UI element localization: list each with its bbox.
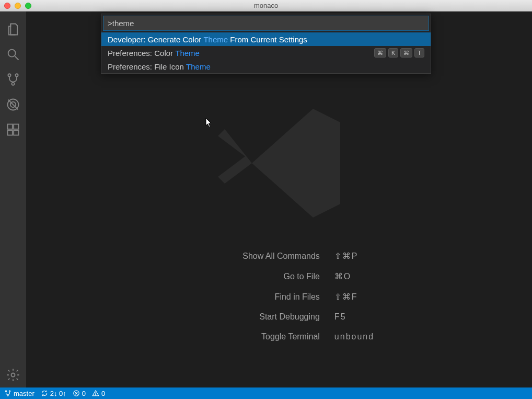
svg-point-14 [9,391,10,392]
status-sync-text: 2↓ 0↑ [50,390,66,397]
search-icon [6,47,20,62]
label-prefix: Preferences: Color [108,49,175,58]
command-palette-item[interactable]: Developer: Generate Color Theme From Cur… [101,32,431,46]
command-palette-item-label: Preferences: File Icon Theme [108,62,424,71]
status-warnings-count: 0 [101,390,105,397]
shortcut-key: F5 [334,312,346,322]
activity-explorer[interactable] [0,17,26,42]
key-chip: ⌘ [400,48,412,58]
shortcut-key: ⇧⌘F [334,292,358,302]
status-sync[interactable]: 2↓ 0↑ [41,390,66,397]
shortcut-row: Show All Commands ⇧⌘P [184,251,374,261]
command-palette-item-label: Developer: Generate Color Theme From Cur… [108,35,424,44]
label-match: Theme [203,35,228,44]
command-palette-item-label: Preferences: Color Theme [108,49,374,58]
activity-debug[interactable] [0,92,26,117]
status-warnings[interactable]: 0 [92,390,105,397]
activity-scm[interactable] [0,67,26,92]
svg-point-3 [15,74,18,76]
shortcut-row: Toggle Terminal unbound [184,332,374,341]
svg-point-12 [11,373,15,377]
branch-icon [6,72,20,87]
svg-rect-11 [14,130,18,135]
key-chip: K [388,48,398,58]
shortcut-row: Go to File ⌘O [184,271,374,281]
shortcut-label: Toggle Terminal [184,332,320,341]
shortcut-label: Start Debugging [184,312,320,322]
titlebar: monaco [0,0,532,12]
key-chip: T [414,48,424,58]
vscode-logo-watermark [201,95,357,233]
error-icon [73,390,80,397]
label-prefix: Developer: Generate Color [108,35,203,44]
bug-icon [6,97,20,112]
command-palette-item[interactable]: Preferences: File Icon Theme [101,60,431,73]
activity-bar [0,12,26,387]
label-suffix: From Current Settings [228,35,307,44]
shortcut-label: Find in Files [184,292,320,302]
command-palette-input-wrap [101,14,431,32]
activity-extensions[interactable] [0,117,26,142]
svg-point-15 [7,395,8,396]
command-palette-list: Developer: Generate Color Theme From Cur… [101,32,431,73]
status-branch-name: master [14,390,34,397]
svg-rect-9 [14,124,18,129]
svg-rect-10 [8,130,13,135]
command-palette-item[interactable]: Preferences: Color Theme ⌘ K ⌘ T [101,46,431,60]
label-match: Theme [186,62,211,71]
status-errors-count: 0 [82,390,86,397]
shortcut-row: Find in Files ⇧⌘F [184,292,374,302]
welcome-shortcuts: Show All Commands ⇧⌘P Go to File ⌘O Find… [184,251,374,341]
status-errors[interactable]: 0 [73,390,86,397]
shortcut-key: unbound [334,332,374,341]
warning-icon [92,390,99,397]
label-match: Theme [175,49,200,58]
label-prefix: Preferences: File Icon [108,62,186,71]
status-bar: master 2↓ 0↑ 0 0 [0,387,532,399]
status-branch[interactable]: master [4,390,34,397]
svg-line-1 [15,56,19,60]
shortcut-row: Start Debugging F5 [184,312,374,322]
activity-search[interactable] [0,42,26,67]
svg-point-13 [5,391,6,392]
activity-settings[interactable] [0,362,26,387]
key-chip: ⌘ [374,48,386,58]
branch-icon [4,390,11,397]
svg-point-2 [8,74,10,76]
command-palette-input[interactable] [103,16,429,31]
shortcut-key: ⇧⌘P [334,251,358,261]
workbench: Show All Commands ⇧⌘P Go to File ⌘O Find… [0,12,532,387]
shortcut-label: Show All Commands [184,252,320,261]
gear-icon [6,368,20,382]
files-icon [6,22,20,37]
command-palette: Developer: Generate Color Theme From Cur… [101,14,431,74]
svg-rect-8 [8,124,13,129]
svg-point-20 [96,394,96,395]
svg-point-0 [8,50,16,57]
extensions-icon [6,122,20,137]
shortcut-label: Go to File [184,272,320,281]
svg-line-7 [8,100,18,110]
shortcut-key: ⌘O [334,271,351,281]
editor-area: Show All Commands ⇧⌘P Go to File ⌘O Find… [26,12,532,387]
sync-icon [41,390,48,397]
svg-point-4 [11,83,14,85]
command-palette-keybinding: ⌘ K ⌘ T [374,48,424,58]
window-title: monaco [0,2,532,9]
